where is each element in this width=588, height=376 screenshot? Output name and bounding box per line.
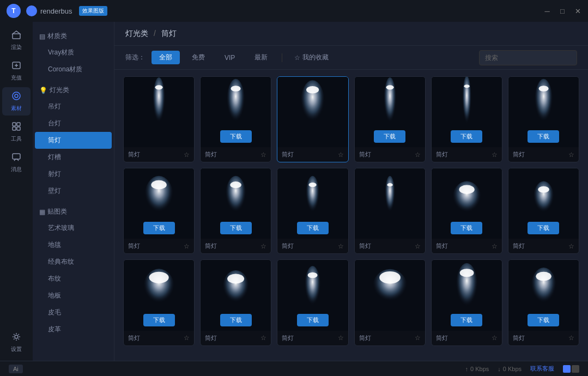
grid-item-6[interactable]: 下载筒灯☆ (508, 76, 579, 162)
svg-rect-10 (17, 127, 20, 130)
nav-item-message[interactable]: 消息 (2, 148, 31, 177)
download-button-13[interactable]: 下载 (143, 314, 175, 326)
filter-label: 筛选： (125, 53, 145, 62)
grid-item-5[interactable]: 下载筒灯☆ (431, 76, 502, 162)
favorite-icon-10[interactable]: ☆ (415, 242, 421, 250)
grid-item-9[interactable]: 下载筒灯☆ (277, 168, 348, 254)
filter-all-button[interactable]: 全部 (151, 51, 180, 64)
favorite-icon-7[interactable]: ☆ (184, 242, 190, 250)
svg-point-31 (384, 176, 395, 218)
sidebar-item-carpet[interactable]: 地毯 (35, 236, 112, 253)
download-button-17[interactable]: 下载 (451, 314, 482, 326)
sidebar-item-fabric[interactable]: 布纹 (35, 270, 112, 287)
window-controls: ─ □ ✕ (543, 7, 581, 15)
favorite-icon-2[interactable]: ☆ (260, 151, 266, 159)
close-button[interactable]: ✕ (574, 7, 581, 15)
download-button-4[interactable]: 下载 (374, 130, 405, 143)
grid-item-8[interactable]: 下载筒灯☆ (200, 168, 271, 254)
breadcrumb-sep: / (154, 29, 158, 38)
sidebar-item-spotlight[interactable]: 射灯 (35, 166, 112, 183)
grid-item-18[interactable]: 下载筒灯☆ (508, 259, 579, 345)
sidebar-item-table-lamp[interactable]: 台灯 (35, 115, 112, 132)
nav-label-settings: 设置 (11, 345, 22, 353)
sidebar-item-chandelier[interactable]: 吊灯 (35, 98, 112, 115)
grid-view-icon-1[interactable] (563, 365, 571, 373)
nav-item-material[interactable]: 素材 (2, 87, 31, 116)
sidebar-category-light: 💡 灯光类 (33, 82, 114, 98)
sidebar-item-classic-fabric[interactable]: 经典布纹 (35, 253, 112, 270)
favorite-icon-11[interactable]: ☆ (492, 242, 498, 250)
download-button-11[interactable]: 下载 (451, 222, 482, 234)
grid-item-label-5: 筒灯☆ (432, 147, 502, 162)
sidebar-item-downlight[interactable]: 筒灯 (35, 132, 112, 149)
favorite-icon-12[interactable]: ☆ (568, 242, 574, 250)
favorite-icon-6[interactable]: ☆ (568, 151, 574, 159)
grid-item-15[interactable]: 下载筒灯☆ (277, 259, 348, 345)
favorite-icon-17[interactable]: ☆ (492, 334, 498, 342)
download-button-12[interactable]: 下载 (528, 222, 559, 234)
favorite-icon-18[interactable]: ☆ (568, 334, 574, 342)
favorite-icon-9[interactable]: ☆ (338, 242, 344, 250)
sidebar-item-wall-lamp[interactable]: 壁灯 (35, 183, 112, 199)
svg-point-48 (536, 272, 551, 281)
grid-item-1[interactable]: 筒灯☆ (123, 76, 195, 162)
favorite-icon-5[interactable]: ☆ (492, 151, 498, 159)
download-button-7[interactable]: 下载 (143, 222, 175, 234)
filter-free-button[interactable]: 免费 (184, 51, 213, 64)
nav-item-settings[interactable]: 设置 (2, 328, 31, 356)
download-button-8[interactable]: 下载 (220, 222, 252, 234)
favorite-icon-3[interactable]: ☆ (338, 151, 344, 159)
filter-favorite-button[interactable]: ☆ 我的收藏 (289, 51, 334, 64)
grid-item-17[interactable]: 下载筒灯☆ (431, 259, 502, 345)
grid-item-name-2: 筒灯 (205, 150, 217, 159)
filter-vip-button[interactable]: VIP (217, 52, 243, 64)
nav-item-render[interactable]: 渲染 (2, 26, 31, 54)
grid-item-7[interactable]: 下载筒灯☆ (123, 168, 195, 254)
download-button-14[interactable]: 下载 (220, 314, 252, 326)
download-button-15[interactable]: 下载 (297, 314, 329, 326)
grid-item-10[interactable]: 筒灯☆ (354, 168, 426, 254)
download-button-2[interactable]: 下载 (220, 130, 252, 143)
grid-item-name-11: 筒灯 (436, 242, 448, 250)
material-icon (11, 91, 21, 104)
sidebar-item-fur[interactable]: 皮毛 (35, 304, 112, 321)
maximize-button[interactable]: □ (559, 7, 566, 15)
grid-item-14[interactable]: 下载筒灯☆ (200, 259, 271, 345)
grid-item-name-1: 筒灯 (128, 150, 140, 159)
sidebar-item-vray[interactable]: Vray材质 (35, 44, 112, 61)
sidebar-item-corona[interactable]: Corona材质 (35, 61, 112, 78)
minimize-button[interactable]: ─ (543, 7, 551, 15)
grid-item-3[interactable]: 筒灯☆ (277, 76, 348, 162)
favorite-icon-1[interactable]: ☆ (184, 151, 190, 159)
grid-item-16[interactable]: 筒灯☆ (354, 259, 426, 345)
grid-item-12[interactable]: 下载筒灯☆ (508, 168, 579, 254)
sidebar-item-art-glass[interactable]: 艺术玻璃 (35, 220, 112, 236)
grid-item-4[interactable]: 下载筒灯☆ (354, 76, 426, 162)
search-input[interactable] (479, 50, 577, 65)
download-button-18[interactable]: 下载 (528, 314, 559, 326)
nav-item-tool[interactable]: 工具 (2, 118, 31, 146)
favorite-icon-4[interactable]: ☆ (415, 151, 421, 159)
grid-item-13[interactable]: 下载筒灯☆ (123, 259, 195, 345)
sidebar-item-strip-light[interactable]: 灯槽 (35, 149, 112, 166)
nav-item-recharge[interactable]: 充值 (2, 57, 31, 85)
favorite-icon-15[interactable]: ☆ (338, 334, 344, 342)
favorite-icon-16[interactable]: ☆ (415, 334, 421, 342)
grid-view-icon-2[interactable] (572, 365, 579, 373)
download-button-9[interactable]: 下载 (297, 222, 329, 234)
grid-item-name-14: 筒灯 (205, 334, 217, 342)
avatar: T (7, 4, 21, 18)
favorite-icon-14[interactable]: ☆ (260, 334, 266, 342)
sidebar-item-floor[interactable]: 地板 (35, 287, 112, 304)
contact-service-link[interactable]: 联系客服 (530, 365, 554, 373)
download-button-5[interactable]: 下载 (451, 130, 482, 143)
favorite-icon-13[interactable]: ☆ (184, 334, 190, 342)
grid-item-2[interactable]: 下载筒灯☆ (200, 76, 271, 162)
sidebar-item-leather[interactable]: 皮革 (35, 321, 112, 338)
grid-view-toggle (563, 365, 579, 373)
grid-item-11[interactable]: 下载筒灯☆ (431, 168, 502, 254)
filter-newest-button[interactable]: 最新 (247, 51, 275, 64)
material-cat-icon: ▤ (39, 33, 45, 40)
favorite-icon-8[interactable]: ☆ (260, 242, 266, 250)
download-button-6[interactable]: 下载 (528, 130, 559, 143)
